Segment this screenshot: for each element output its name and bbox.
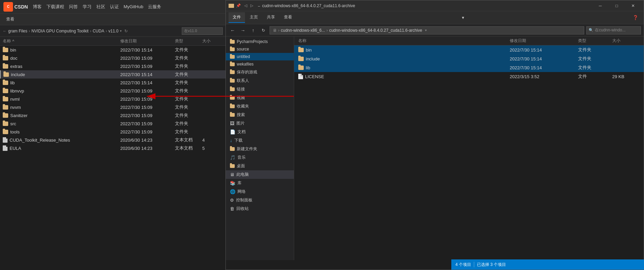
left-row-nvml[interactable]: nvml 2022/7/30 15:09 文件夹 — [0, 95, 225, 103]
left-row-bin[interactable]: bin 2022/7/30 15:14 文件夹 — [0, 46, 225, 54]
left-col-type[interactable]: 类型 — [175, 38, 202, 44]
left-toolbar-view[interactable]: 查看 — [3, 15, 17, 23]
search-placeholder: 在cudnn-windo... — [595, 27, 626, 33]
nav-search[interactable]: 搜索 — [226, 111, 294, 119]
nav-back-button[interactable]: ← — [229, 26, 237, 34]
nav-icon-this-pc: 🖥 — [230, 172, 234, 177]
right-search-box[interactable]: 🔍 在cudnn-windo... — [586, 26, 641, 34]
folder-icon-nvml — [3, 97, 8, 101]
nav-recycle-bin[interactable]: 🗑 回收站 — [226, 204, 294, 213]
left-row-lib[interactable]: lib 2022/7/30 15:14 文件夹 — [0, 79, 225, 87]
csdn-nav-mygithub[interactable]: MyGitHub — [124, 4, 143, 9]
ribbon-help-button[interactable]: ▾ — [459, 14, 467, 22]
left-row-cuda-notes[interactable]: CUDA_Toolkit_Release_Notes 2020/6/30 14:… — [0, 136, 225, 144]
right-col-date[interactable]: 修改日期 — [510, 38, 578, 44]
titlebar-fwd[interactable]: ▷ — [250, 3, 253, 8]
ribbon-tab-主页[interactable]: 主页 — [246, 12, 262, 23]
refresh-left[interactable]: ↻ — [124, 29, 128, 33]
address-gramfiles[interactable]: gram Files — [8, 29, 27, 33]
left-col-name[interactable]: 名称 ^ — [3, 38, 120, 44]
nav-desktop[interactable]: 桌面 — [226, 162, 294, 170]
left-row-sanitizer[interactable]: Sanitizer 2022/7/30 15:09 文件夹 — [0, 111, 225, 119]
close-button[interactable]: ✕ — [625, 0, 641, 11]
nav-pictures[interactable]: 🖼 图片 — [226, 119, 294, 128]
right-address-bar: ← → ↑ ↻ 🖥 › cudnn-windows-x86_6... › cud… — [226, 24, 644, 37]
nav-new-folder[interactable]: 新建文件夹 — [226, 145, 294, 153]
csdn-nav-学习[interactable]: 学习 — [83, 4, 92, 10]
titlebar-pin: 📌 — [236, 3, 241, 8]
left-row-extras[interactable]: extras 2022/7/30 15:09 文件夹 — [0, 62, 225, 70]
left-search-box[interactable]: 在v11.0 — [182, 27, 223, 35]
nav-label-downloads: 下载 — [234, 138, 243, 143]
right-row-license[interactable]: LICENSE 2022/3/15 3:52 文件 29 KB — [294, 72, 644, 81]
left-row-doc[interactable]: doc 2022/7/30 15:09 文件夹 — [0, 54, 225, 62]
right-col-name[interactable]: 名称 — [298, 38, 510, 44]
left-col-size[interactable]: 大小 — [202, 38, 223, 44]
help-icon[interactable]: ❓ — [630, 14, 641, 22]
left-row-src[interactable]: src 2022/7/30 15:09 文件夹 — [0, 119, 225, 128]
address-nvidia[interactable]: NVIDIA GPU Computing Toolkit — [31, 29, 88, 33]
csdn-nav-博客[interactable]: 博客 — [33, 4, 42, 10]
csdn-nav-认证[interactable]: 认证 — [110, 4, 119, 10]
minimize-button[interactable]: ─ — [592, 0, 608, 11]
nav-folder-icon-contacts — [230, 79, 235, 83]
nav-links[interactable]: 链接 — [226, 85, 294, 94]
date-lib: 2022/7/30 15:14 — [120, 80, 175, 85]
right-row-bin[interactable]: bin 2022/7/30 15:14 文件夹 — [294, 45, 644, 54]
nav-forward-button[interactable]: → — [239, 26, 247, 34]
maximize-button[interactable]: □ — [609, 0, 625, 11]
status-divider — [474, 262, 474, 267]
address-cuda[interactable]: CUDA — [93, 29, 104, 33]
nav-source[interactable]: source — [226, 45, 294, 53]
nav-pycharm[interactable]: PycharmProjects — [226, 38, 294, 45]
nav-this-pc[interactable]: 🖥 此电脑 — [226, 170, 294, 179]
nav-wekafiles[interactable]: wekafiles — [226, 60, 294, 68]
right-address-path[interactable]: 🖥 › cudnn-windows-x86_6... › cudnn-windo… — [270, 26, 584, 34]
csdn-nav-云服务[interactable]: 云服务 — [148, 4, 161, 10]
titlebar-back[interactable]: ◁ — [244, 3, 247, 8]
left-col-date[interactable]: 修改日期 — [120, 38, 175, 44]
status-bar: 4 个项目 已选择 3 个项目 — [451, 259, 644, 270]
left-row-nvvm[interactable]: nvvm 2022/7/30 15:09 文件夹 — [0, 103, 225, 111]
right-col-type[interactable]: 类型 — [578, 38, 612, 44]
csdn-nav-问答[interactable]: 问答 — [69, 4, 78, 10]
folder-icon-lib — [3, 81, 8, 85]
nav-control-panel[interactable]: ⚙ 控制面板 — [226, 196, 294, 204]
csdn-nav-社区[interactable]: 社区 — [96, 4, 105, 10]
right-row-lib[interactable]: lib 2022/7/30 15:14 文件夹 — [294, 63, 644, 72]
ribbon-tab-文件[interactable]: 文件 — [229, 12, 245, 23]
left-row-eula[interactable]: EULA 2020/6/30 14:23 文本文档 5 — [0, 144, 225, 152]
nav-music[interactable]: 🎵 音乐 — [226, 153, 294, 162]
nav-network[interactable]: 🌐 网络 — [226, 187, 294, 196]
nav-folder-icon-pycharm — [230, 40, 235, 44]
path-cudnn-full: cudnn-windows-x86_64-8.4.0.27_cuda11.6-a… — [329, 28, 422, 33]
nav-library[interactable]: 📚 库 — [226, 179, 294, 187]
nav-videos[interactable]: 视频 — [226, 94, 294, 102]
left-row-libnvvp[interactable]: libnvvp 2022/7/30 15:09 文件夹 — [0, 87, 225, 95]
csdn-logo[interactable]: C CSDN — [3, 2, 28, 12]
right-explorer-window: 📌 ◁ ▷ – cudnn-windows-x86_64-8.4.0.27_cu… — [225, 0, 644, 270]
nav-contacts[interactable]: 联系人 — [226, 76, 294, 85]
left-row-include[interactable]: include 2022/7/30 15:14 文件夹 — [0, 70, 225, 79]
type-src: 文件夹 — [175, 120, 202, 127]
nav-folder-icon-desktop — [230, 164, 235, 168]
nav-downloads[interactable]: ↓ 下载 — [226, 136, 294, 145]
nav-documents[interactable]: 📄 文档 — [226, 128, 294, 136]
nav-favorites[interactable]: 收藏夹 — [226, 102, 294, 111]
nav-refresh-button[interactable]: ↻ — [259, 26, 268, 34]
right-row-include[interactable]: include 2022/7/30 15:14 文件夹 — [294, 54, 644, 63]
ribbon-tab-查看[interactable]: 查看 — [280, 12, 296, 23]
address-v11[interactable]: v11.0 — [108, 29, 118, 33]
nav-untitled[interactable]: untitled — [226, 53, 294, 60]
size-cuda-notes: 4 — [202, 138, 223, 143]
ribbon-tab-共享[interactable]: 共享 — [263, 12, 279, 23]
path-computer: 🖥 — [273, 28, 277, 33]
path-sep2: › — [326, 28, 328, 33]
left-row-tools[interactable]: tools 2022/7/30 15:09 文件夹 — [0, 128, 225, 136]
address-chevron: ▾ — [120, 29, 122, 33]
right-col-size[interactable]: 大小 — [612, 38, 640, 44]
nav-saved-games[interactable]: 保存的游戏 — [226, 68, 294, 76]
csdn-nav-下载课程[interactable]: 下载课程 — [46, 4, 64, 10]
nav-up-button[interactable]: ↑ — [249, 26, 257, 34]
left-search-placeholder: 在v11.0 — [184, 28, 197, 33]
